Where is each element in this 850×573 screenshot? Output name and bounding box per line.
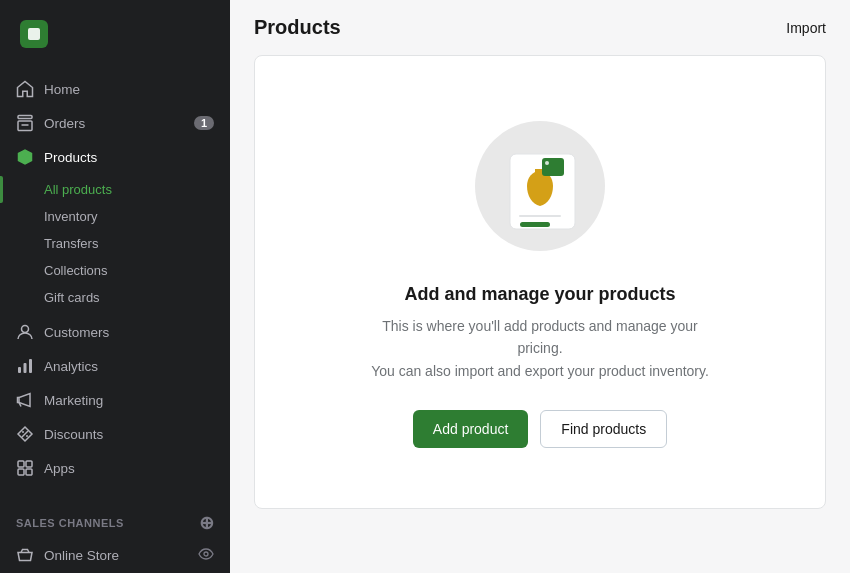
main-body: Add and manage your products This is whe… (230, 55, 850, 573)
sidebar-item-home[interactable]: Home (0, 72, 230, 106)
sidebar-item-apps[interactable]: Apps (0, 451, 230, 485)
sidebar: Home Orders 1 Products (0, 0, 230, 573)
subnav-gift-cards[interactable]: Gift cards (0, 284, 230, 311)
marketing-icon (16, 391, 34, 409)
product-illustration (470, 116, 610, 256)
svg-rect-5 (18, 367, 21, 373)
page-title: Products (254, 16, 341, 39)
products-subnav: All products Inventory Transfers Collect… (0, 174, 230, 315)
svg-rect-14 (26, 469, 32, 475)
subnav-inventory[interactable]: Inventory (0, 203, 230, 230)
sidebar-item-orders[interactable]: Orders 1 (0, 106, 230, 140)
orders-icon (16, 114, 34, 132)
svg-rect-12 (26, 461, 32, 467)
sales-channels-label: SALES CHANNELS (16, 517, 124, 529)
subnav-transfers[interactable]: Transfers (0, 230, 230, 257)
svg-rect-0 (28, 28, 40, 40)
sidebar-item-discounts[interactable]: Discounts (0, 417, 230, 451)
subnav-collections[interactable]: Collections (0, 257, 230, 284)
svg-rect-13 (18, 469, 24, 475)
svg-point-9 (26, 435, 28, 437)
empty-state-card: Add and manage your products This is whe… (254, 55, 826, 509)
sidebar-item-analytics[interactable]: Analytics (0, 349, 230, 383)
empty-state-description: This is where you'll add products and ma… (370, 315, 710, 382)
main-content: Products Import Add and manag (230, 0, 850, 573)
customers-label: Customers (44, 325, 109, 340)
page-header: Products Import (230, 0, 850, 55)
subnav-all-products[interactable]: All products (0, 176, 230, 203)
sidebar-item-online-store[interactable]: Online Store (0, 538, 230, 573)
online-store-icon (16, 547, 34, 565)
find-products-button[interactable]: Find products (540, 410, 667, 448)
online-store-eye-icon (198, 546, 214, 565)
svg-rect-6 (24, 363, 27, 373)
home-icon (16, 80, 34, 98)
empty-state-title: Add and manage your products (404, 284, 675, 305)
sidebar-item-customers[interactable]: Customers (0, 315, 230, 349)
svg-rect-7 (29, 359, 32, 373)
import-button[interactable]: Import (786, 20, 826, 36)
analytics-icon (16, 357, 34, 375)
analytics-label: Analytics (44, 359, 98, 374)
home-label: Home (44, 82, 80, 97)
svg-rect-21 (520, 222, 550, 227)
add-sales-channel-button[interactable]: ⊕ (199, 514, 215, 532)
svg-point-15 (204, 552, 208, 556)
online-store-label: Online Store (44, 548, 119, 563)
svg-point-8 (22, 431, 24, 433)
store-icon (20, 20, 48, 48)
svg-point-19 (545, 161, 549, 165)
action-buttons: Add product Find products (413, 410, 667, 448)
sidebar-item-products[interactable]: Products (0, 140, 230, 174)
products-label: Products (44, 150, 97, 165)
marketing-label: Marketing (44, 393, 103, 408)
svg-rect-18 (542, 158, 564, 176)
apps-icon (16, 459, 34, 477)
customers-icon (16, 323, 34, 341)
sidebar-item-marketing[interactable]: Marketing (0, 383, 230, 417)
add-product-button[interactable]: Add product (413, 410, 529, 448)
svg-point-4 (22, 326, 29, 333)
discounts-icon (16, 425, 34, 443)
discounts-label: Discounts (44, 427, 103, 442)
svg-rect-11 (18, 461, 24, 467)
orders-badge: 1 (194, 116, 214, 130)
sales-channels-section: SALES CHANNELS ⊕ (0, 502, 230, 538)
orders-label: Orders (44, 116, 85, 131)
products-icon (16, 148, 34, 166)
apps-label: Apps (44, 461, 75, 476)
store-header[interactable] (10, 12, 220, 56)
sidebar-navigation: Home Orders 1 Products (0, 68, 230, 502)
svg-rect-1 (18, 116, 32, 119)
